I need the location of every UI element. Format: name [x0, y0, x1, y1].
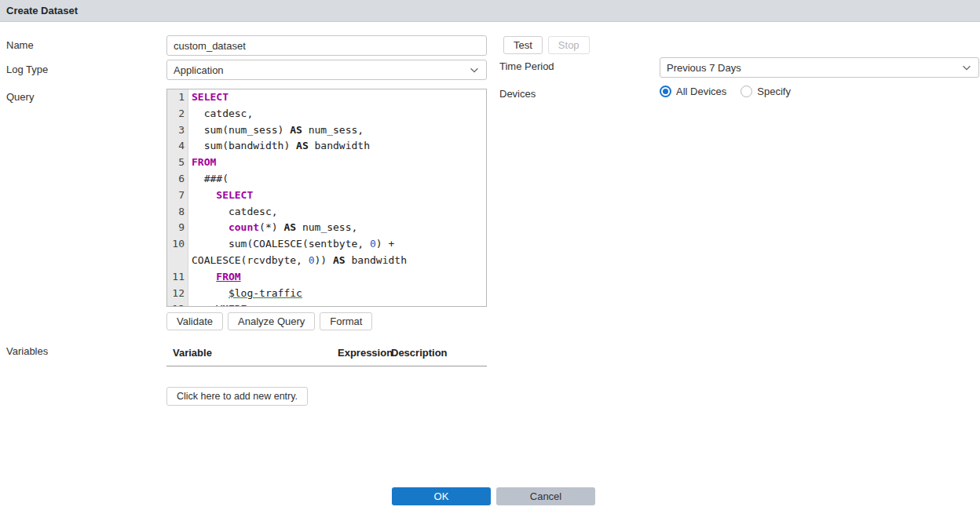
chevron-down-icon [961, 62, 972, 73]
log-type-selected-value: Application [174, 64, 224, 76]
query-editor[interactable]: 1SELECT2 catdesc,3 sum(num_sess) AS num_… [166, 89, 487, 307]
query-label: Query [6, 91, 34, 103]
variables-col-description: Description [391, 347, 487, 359]
devices-label: Devices [499, 88, 536, 100]
log-type-label: Log Type [6, 64, 48, 75]
radio-selected-icon [660, 86, 671, 97]
stop-button[interactable]: Stop [548, 36, 590, 54]
specify-label: Specify [757, 86, 791, 97]
variables-label: Variables [6, 345, 48, 357]
create-dataset-dialog: Create Dataset Name Log Type Application… [0, 0, 980, 514]
variables-table-header: Variable Expression Description [166, 347, 487, 366]
name-label: Name [6, 39, 34, 51]
analyze-query-button[interactable]: Analyze Query [228, 312, 315, 330]
name-input[interactable] [166, 35, 487, 56]
format-button[interactable]: Format [320, 312, 372, 330]
validate-button[interactable]: Validate [166, 312, 223, 330]
time-period-select[interactable]: Previous 7 Days [660, 57, 979, 78]
radio-unselected-icon [740, 86, 752, 97]
all-devices-label: All Devices [676, 86, 726, 97]
time-period-label: Time Period [499, 60, 554, 72]
add-variable-entry-button[interactable]: Click here to add new entry. [166, 387, 308, 406]
cancel-button[interactable]: Cancel [496, 487, 595, 505]
dialog-title: Create Dataset [6, 5, 78, 16]
test-button[interactable]: Test [503, 36, 543, 54]
variables-col-expression: Expression [338, 347, 391, 359]
devices-option-specify[interactable]: Specify [740, 86, 791, 97]
ok-button[interactable]: OK [392, 487, 491, 505]
variables-col-variable: Variable [166, 347, 338, 359]
time-period-selected-value: Previous 7 Days [667, 62, 741, 74]
devices-radio-group: All Devices Specify [660, 86, 791, 97]
dialog-titlebar: Create Dataset [0, 0, 980, 22]
query-editor-lines: 1SELECT2 catdesc,3 sum(num_sess) AS num_… [167, 89, 486, 307]
devices-option-all-devices[interactable]: All Devices [660, 86, 726, 97]
log-type-select[interactable]: Application [166, 60, 487, 80]
chevron-down-icon [469, 64, 480, 75]
